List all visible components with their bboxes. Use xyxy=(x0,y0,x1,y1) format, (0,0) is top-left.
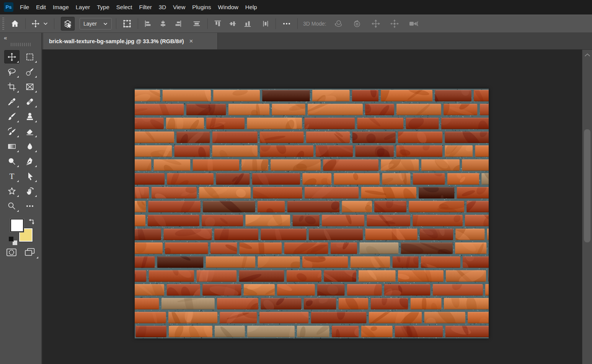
eraser-tool[interactable] xyxy=(21,124,39,139)
collapse-panel-button[interactable]: « xyxy=(4,34,7,41)
cursor-arrow-icon xyxy=(25,172,34,181)
separator xyxy=(276,18,276,29)
menu-file[interactable]: File xyxy=(16,0,33,15)
document-tab[interactable]: brick-wall-texture-bg-sample.jpg @ 33.3%… xyxy=(43,33,218,49)
menu-plugins[interactable]: Plugins xyxy=(189,0,214,15)
path-selection-tool[interactable] xyxy=(21,169,39,184)
menu-type[interactable]: Type xyxy=(93,0,113,15)
lasso-icon xyxy=(7,67,17,77)
threed-mode-group xyxy=(332,19,421,29)
slide-3d-camera-button[interactable] xyxy=(388,19,401,29)
pan-3d-camera-button[interactable] xyxy=(369,19,382,29)
align-right-edges-button[interactable] xyxy=(172,20,184,28)
menu-edit[interactable]: Edit xyxy=(33,0,49,15)
clone-stamp-tool[interactable] xyxy=(21,109,39,124)
menu-filter[interactable]: Filter xyxy=(136,0,155,15)
swap-arrows-icon xyxy=(28,218,36,225)
chevron-down-icon xyxy=(103,21,108,26)
align-horizontal-centers-button[interactable] xyxy=(157,20,169,28)
frame-tool[interactable] xyxy=(21,79,39,94)
scroll-up-button[interactable] xyxy=(584,53,591,57)
align-middle-button[interactable] xyxy=(227,20,238,28)
dodge-icon xyxy=(7,156,17,166)
camera-icon xyxy=(408,19,419,29)
move-tool[interactable] xyxy=(3,49,21,64)
crop-tool[interactable] xyxy=(3,79,21,94)
dolly-3d-camera-button[interactable] xyxy=(407,19,421,29)
home-button[interactable] xyxy=(9,19,21,28)
foreground-color-swatch[interactable] xyxy=(10,219,24,232)
roll-icon xyxy=(352,19,362,29)
menu-layer[interactable]: Layer xyxy=(72,0,94,15)
shape-tool[interactable] xyxy=(3,184,21,198)
document-tab-bar: brick-wall-texture-bg-sample.jpg @ 33.3%… xyxy=(42,33,592,50)
screen-mode-icon xyxy=(24,247,36,258)
screen-mode-button[interactable] xyxy=(24,247,36,258)
orbit-3d-camera-button[interactable] xyxy=(332,19,345,29)
document-canvas-brick-wall-image[interactable] xyxy=(135,89,489,338)
tool-grid: T xyxy=(0,49,41,213)
more-align-options-button[interactable] xyxy=(280,20,293,28)
pen-tool[interactable] xyxy=(21,154,39,169)
default-colors-button[interactable] xyxy=(9,237,17,245)
menu-3d[interactable]: 3D xyxy=(155,0,170,15)
brush-tool[interactable] xyxy=(3,109,21,124)
history-brush-icon xyxy=(7,127,17,136)
roll-3d-camera-button[interactable] xyxy=(351,19,364,29)
dodge-tool[interactable] xyxy=(3,154,21,169)
move-icon xyxy=(7,52,16,62)
move-tool-preset-button[interactable] xyxy=(30,20,50,28)
vertical-scrollbar[interactable] xyxy=(582,50,592,364)
menu-help[interactable]: Help xyxy=(242,0,261,15)
chevron-down-icon xyxy=(43,21,48,26)
menu-items: File Edit Image Layer Type Select Filter… xyxy=(16,0,261,15)
separator xyxy=(297,18,298,29)
quick-mask-icon xyxy=(6,247,17,257)
auto-select-target-dropdown[interactable]: Layer xyxy=(80,18,112,29)
zoom-tool[interactable] xyxy=(3,198,21,213)
menu-window[interactable]: Window xyxy=(214,0,241,15)
threed-mode-label: 3D Mode: xyxy=(303,21,326,27)
align-vertical-centers-button[interactable] xyxy=(190,20,203,28)
align-left-edges-button[interactable] xyxy=(142,20,154,28)
gradient-icon xyxy=(7,141,17,151)
align-top-edges-button[interactable] xyxy=(212,20,223,28)
align-bottom-edges-button[interactable] xyxy=(242,20,253,28)
quick-selection-tool[interactable] xyxy=(21,64,39,79)
eyedropper-tool[interactable] xyxy=(3,94,21,109)
distribute-horizontal-button[interactable] xyxy=(260,20,271,28)
show-transform-controls-toggle[interactable] xyxy=(121,19,134,29)
menu-bar: Ps File Edit Image Layer Type Select Fil… xyxy=(0,0,592,15)
scrollbar-thumb[interactable] xyxy=(584,129,590,242)
marquee-tool[interactable] xyxy=(21,49,39,64)
gradient-tool[interactable] xyxy=(3,139,21,154)
menu-image[interactable]: Image xyxy=(49,0,72,15)
history-brush-tool[interactable] xyxy=(3,124,21,139)
menu-view[interactable]: View xyxy=(170,0,189,15)
slide-icon xyxy=(390,19,400,29)
lasso-tool[interactable] xyxy=(3,64,21,79)
tab-close-button[interactable]: × xyxy=(189,38,193,44)
magnifier-icon xyxy=(7,201,17,211)
rotate-view-tool[interactable] xyxy=(21,184,39,198)
canvas-area[interactable] xyxy=(43,50,582,364)
healing-brush-icon xyxy=(25,97,35,107)
separator xyxy=(54,18,54,29)
panel-grip[interactable] xyxy=(11,43,31,46)
swap-colors-button[interactable] xyxy=(28,218,36,225)
separator xyxy=(116,18,116,29)
document-tab-title: brick-wall-texture-bg-sample.jpg @ 33.3%… xyxy=(49,38,184,44)
menu-select[interactable]: Select xyxy=(113,0,136,15)
custom-shape-icon xyxy=(7,186,17,196)
edit-toolbar-button[interactable] xyxy=(21,198,39,213)
spot-healing-brush-tool[interactable] xyxy=(21,94,39,109)
align-horizontal-group xyxy=(142,20,203,28)
type-tool[interactable]: T xyxy=(3,169,21,184)
photoshop-logo: Ps xyxy=(4,2,13,12)
quick-mask-button[interactable] xyxy=(6,247,17,257)
auto-select-toggle[interactable] xyxy=(61,17,75,31)
blur-tool[interactable] xyxy=(21,139,39,154)
crop-icon xyxy=(7,82,16,91)
hand-rotate-icon xyxy=(25,186,35,196)
options-bar-grip[interactable] xyxy=(2,18,4,30)
